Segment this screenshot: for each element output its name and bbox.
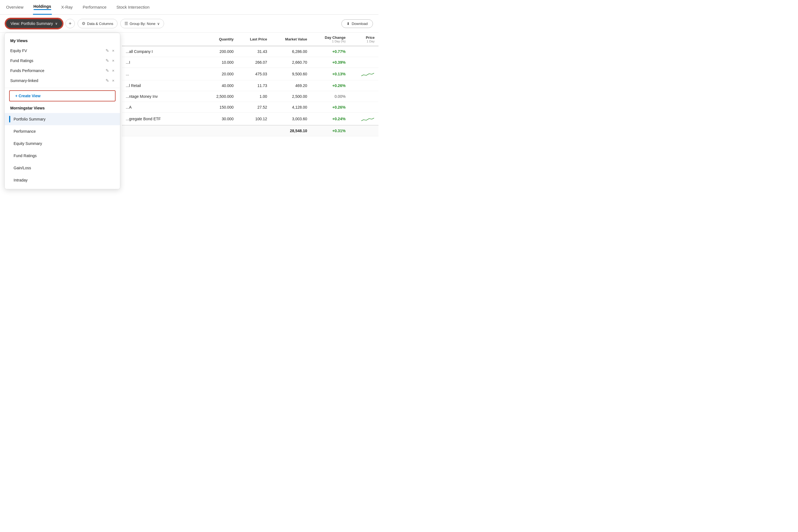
active-indicator — [9, 140, 10, 147]
download-button[interactable]: ⬇ Download — [341, 19, 373, 28]
col-header-name — [122, 33, 204, 46]
tab-holdings[interactable]: Holdings — [33, 0, 52, 15]
close-icon[interactable]: × — [112, 58, 114, 63]
table-row[interactable]: ...A 150.000 27.52 4,128.00 +0.26% — [122, 102, 379, 113]
create-view-label: + Create View — [15, 94, 40, 98]
tab-overview[interactable]: Overview — [5, 1, 24, 14]
edit-icon[interactable]: ✎ — [106, 48, 109, 53]
morningstar-views-title: Morningstar Views — [5, 105, 120, 113]
download-icon: ⬇ — [347, 22, 350, 26]
morningstar-fund-ratings[interactable]: Fund Ratings — [5, 150, 120, 162]
cell-quantity: 10.000 — [204, 57, 238, 68]
morningstar-view-label: Fund Ratings — [14, 153, 37, 158]
my-view-label: Equity FV — [10, 49, 106, 53]
cell-day-change: +0.26% — [311, 102, 350, 113]
edit-icon[interactable]: ✎ — [106, 58, 109, 63]
close-icon[interactable]: × — [112, 68, 114, 73]
cell-day-change: +0.77% — [311, 46, 350, 57]
view-selector-button[interactable]: View: Portfolio Summary ∨ — [5, 19, 63, 28]
group-by-button[interactable]: ☰ Group By: None ∨ — [120, 19, 164, 28]
cell-last-price: 1.00 — [238, 91, 271, 102]
col-header-quantity: Quantity — [204, 33, 238, 46]
table-header-row: Quantity Last Price Market Value Day Cha… — [122, 33, 379, 46]
chevron-down-icon: ∨ — [55, 22, 58, 25]
my-view-summary-linked[interactable]: Summary-linked ✎ × — [5, 76, 120, 86]
table-row[interactable]: ... 20.000 475.03 9,500.60 +0.13% — [122, 68, 379, 80]
cell-sparkline — [349, 80, 379, 91]
cell-quantity: 150.000 — [204, 102, 238, 113]
active-indicator — [9, 165, 10, 171]
data-columns-button[interactable]: ⚙ Data & Columns — [78, 19, 117, 28]
total-label — [122, 125, 204, 136]
download-label: Download — [352, 22, 368, 26]
close-icon[interactable]: × — [112, 48, 114, 53]
table-row[interactable]: ...ntage Money Inv 2,500.000 1.00 2,500.… — [122, 91, 379, 102]
my-view-label: Summary-linked — [10, 78, 106, 83]
active-indicator — [9, 116, 10, 122]
cell-market-value: 6,286.00 — [271, 46, 311, 57]
dropdown-divider — [5, 88, 120, 88]
cell-name: ... — [122, 68, 204, 80]
group-by-label: Group By: None — [130, 22, 155, 26]
morningstar-equity-summary[interactable]: Equity Summary — [5, 137, 120, 150]
holdings-table-container: Quantity Last Price Market Value Day Cha… — [122, 33, 379, 136]
table-row[interactable]: ...gregate Bond ETF 30.000 100.12 3,003.… — [122, 113, 379, 126]
cell-market-value: 9,500.60 — [271, 68, 311, 80]
edit-icon[interactable]: ✎ — [106, 78, 109, 83]
my-view-fund-ratings[interactable]: Fund Ratings ✎ × — [5, 56, 120, 66]
total-sparkline — [349, 125, 379, 136]
tab-stock-intersection[interactable]: Stock Intersection — [116, 1, 150, 14]
total-quantity — [204, 125, 238, 136]
my-view-actions: ✎ × — [106, 58, 114, 63]
morningstar-intraday[interactable]: Intraday — [5, 174, 120, 186]
my-view-funds-performance[interactable]: Funds Performance ✎ × — [5, 66, 120, 76]
morningstar-gain-loss[interactable]: Gain/Loss — [5, 162, 120, 174]
close-icon[interactable]: × — [112, 78, 114, 83]
cell-day-change: 0.00% — [311, 91, 350, 102]
tab-performance[interactable]: Performance — [82, 1, 107, 14]
my-view-actions: ✎ × — [106, 68, 114, 73]
cell-day-change: +0.13% — [311, 68, 350, 80]
morningstar-view-label: Intraday — [14, 178, 28, 182]
list-icon: ☰ — [125, 21, 128, 26]
total-market-value: 28,548.10 — [271, 125, 311, 136]
cell-day-change: +0.24% — [311, 113, 350, 126]
add-view-button[interactable]: + — [65, 19, 75, 28]
morningstar-performance[interactable]: Performance — [5, 125, 120, 137]
content-area: My Views Equity FV ✎ × Fund Ratings ✎ × … — [0, 33, 379, 136]
cell-sparkline — [349, 102, 379, 113]
cell-quantity: 40.000 — [204, 80, 238, 91]
cell-market-value: 4,128.00 — [271, 102, 311, 113]
edit-icon[interactable]: ✎ — [106, 68, 109, 73]
cell-sparkline — [349, 113, 379, 126]
view-label: View: Portfolio Summary — [11, 21, 53, 26]
cell-market-value: 469.20 — [271, 80, 311, 91]
tab-xray[interactable]: X-Ray — [61, 1, 73, 14]
chevron-down-icon: ∨ — [157, 22, 160, 26]
col-header-market-value: Market Value — [271, 33, 311, 46]
active-indicator — [9, 152, 10, 159]
cell-day-change: +0.26% — [311, 80, 350, 91]
view-dropdown: My Views Equity FV ✎ × Fund Ratings ✎ × … — [4, 33, 120, 189]
morningstar-view-label: Portfolio Summary — [14, 117, 45, 121]
create-view-button[interactable]: + Create View — [9, 90, 116, 101]
my-view-equity-fv[interactable]: Equity FV ✎ × — [5, 46, 120, 56]
cell-name: ...A — [122, 102, 204, 113]
col-header-day-change: Day Change 1 Day (%) — [311, 33, 350, 46]
cell-quantity: 20.000 — [204, 68, 238, 80]
cell-sparkline — [349, 91, 379, 102]
my-view-label: Funds Performance — [10, 69, 106, 73]
table-row[interactable]: ...I 10.000 266.07 2,660.70 +0.39% — [122, 57, 379, 68]
table-row[interactable]: ...all Company I 200.000 31.43 6,286.00 … — [122, 46, 379, 57]
plus-icon: + — [69, 21, 72, 26]
cell-name: ...gregate Bond ETF — [122, 113, 204, 126]
morningstar-portfolio-summary[interactable]: Portfolio Summary — [5, 113, 120, 125]
holdings-table-area: Quantity Last Price Market Value Day Cha… — [122, 33, 379, 136]
cell-last-price: 266.07 — [238, 57, 271, 68]
cell-name: ...l Retail — [122, 80, 204, 91]
total-last-price — [238, 125, 271, 136]
table-row[interactable]: ...l Retail 40.000 11.73 469.20 +0.26% — [122, 80, 379, 91]
nav-tabs: Overview Holdings X-Ray Performance Stoc… — [0, 0, 379, 15]
my-views-title: My Views — [5, 39, 120, 46]
my-view-actions: ✎ × — [106, 78, 114, 83]
